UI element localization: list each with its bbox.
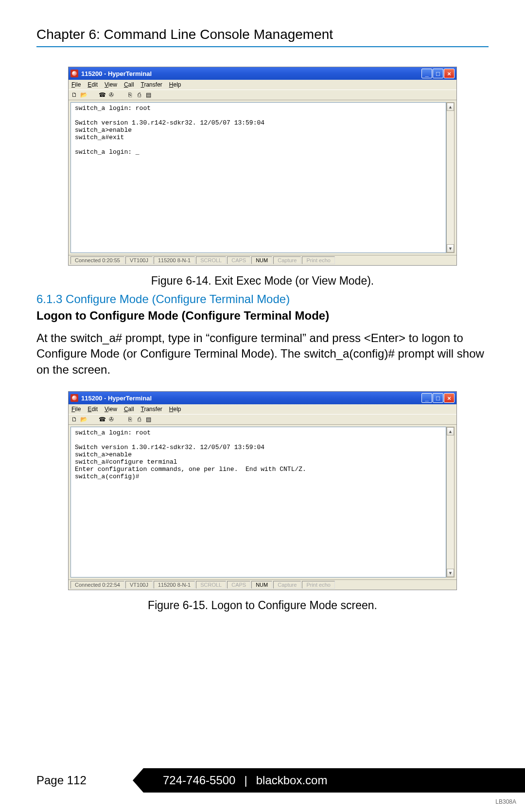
scroll-down-icon[interactable]: ▼ [447, 569, 454, 577]
toolbar-receive-icon[interactable]: ⎙ [135, 415, 143, 423]
page-number: Page 112 [36, 774, 143, 787]
toolbar-sep [89, 91, 97, 99]
toolbar-connect-icon[interactable]: ☎ [98, 91, 106, 99]
toolbar: 🗋 📂 ☎ ✇ ⎘ ⎙ ▤ [69, 414, 456, 425]
terminal-output[interactable]: switch_a login: root Switch version 1.30… [70, 427, 446, 577]
body-paragraph: At the switch_a# prompt, type in “config… [36, 330, 489, 378]
maximize-button[interactable]: □ [433, 69, 443, 78]
menu-help[interactable]: Help [169, 81, 181, 88]
toolbar-new-icon[interactable]: 🗋 [70, 91, 78, 99]
footer-site: blackbox.com [256, 774, 328, 787]
chapter-heading: Chapter 6: Command Line Console Manageme… [36, 27, 489, 47]
menu-transfer[interactable]: Transfer [141, 406, 162, 413]
status-term: VT100J [125, 581, 153, 589]
toolbar-props-icon[interactable]: ▤ [144, 415, 152, 423]
toolbar-open-icon[interactable]: 📂 [80, 415, 88, 423]
terminal-output[interactable]: switch_a login: root Switch version 1.30… [70, 102, 446, 253]
menu-help[interactable]: Help [169, 406, 181, 413]
toolbar-connect-icon[interactable]: ☎ [98, 415, 106, 423]
section-heading: 6.1.3 Configure Mode (Configure Terminal… [36, 292, 489, 306]
menu-view[interactable]: View [105, 406, 117, 413]
sub-heading: Logon to Configure Mode (Configure Termi… [36, 309, 489, 323]
scroll-down-icon[interactable]: ▼ [447, 244, 454, 253]
scroll-up-icon[interactable]: ▲ [447, 427, 454, 435]
toolbar-send-icon[interactable]: ⎘ [126, 91, 134, 99]
menu-transfer[interactable]: Transfer [141, 81, 162, 88]
maximize-button[interactable]: □ [433, 393, 443, 403]
menu-file[interactable]: File [71, 406, 81, 413]
status-print: Print echo [302, 581, 335, 589]
titlebar: 115200 - HyperTerminal _ □ × [69, 67, 456, 80]
menu-bar: File Edit View Call Transfer Help [69, 404, 456, 414]
figure-caption-1: Figure 6-14. Exit Exec Mode (or View Mod… [36, 274, 489, 288]
status-bar: Connected 0:22:54 VT100J 115200 8-N-1 SC… [69, 579, 456, 590]
footer-bar: 724-746-5500 | blackbox.com [143, 768, 525, 793]
minimize-button[interactable]: _ [421, 69, 432, 78]
footer-phone: 724-746-5500 [163, 774, 235, 787]
menu-view[interactable]: View [105, 81, 117, 88]
toolbar-sep [117, 415, 124, 423]
status-capture: Capture [273, 256, 301, 264]
hyperterminal-window-1: 115200 - HyperTerminal _ □ × File Edit V… [68, 67, 457, 266]
window-title: 115200 - HyperTerminal [81, 395, 421, 402]
scrollbar[interactable]: ▲ ▼ [446, 102, 455, 253]
menu-edit[interactable]: Edit [88, 406, 98, 413]
toolbar-open-icon[interactable]: 📂 [80, 91, 88, 99]
status-conn: 115200 8-N-1 [154, 581, 195, 589]
toolbar-disconnect-icon[interactable]: ✇ [107, 415, 115, 423]
close-button[interactable]: × [444, 69, 455, 78]
toolbar-props-icon[interactable]: ▤ [144, 91, 152, 99]
toolbar-receive-icon[interactable]: ⎙ [135, 91, 143, 99]
titlebar: 115200 - HyperTerminal _ □ × [69, 392, 456, 404]
page-footer: Page 112 724-746-5500 | blackbox.com [0, 766, 525, 795]
status-caps: CAPS [227, 581, 250, 589]
toolbar: 🗋 📂 ☎ ✇ ⎘ ⎙ ▤ [69, 90, 456, 100]
menu-call[interactable]: Call [124, 81, 134, 88]
scroll-track[interactable] [447, 435, 454, 569]
menu-call[interactable]: Call [124, 406, 134, 413]
status-bar: Connected 0:20:55 VT100J 115200 8-N-1 SC… [69, 255, 456, 265]
status-connected: Connected 0:22:54 [70, 581, 124, 589]
scroll-track[interactable] [447, 111, 454, 244]
status-capture: Capture [273, 581, 301, 589]
status-num: NUM [251, 581, 272, 589]
minimize-button[interactable]: _ [421, 393, 432, 403]
toolbar-sep [117, 91, 124, 99]
status-term: VT100J [125, 256, 153, 264]
doc-code: LB308A [495, 798, 516, 805]
scrollbar[interactable]: ▲ ▼ [446, 427, 455, 577]
toolbar-disconnect-icon[interactable]: ✇ [107, 91, 115, 99]
status-connected: Connected 0:20:55 [70, 256, 124, 264]
menu-bar: File Edit View Call Transfer Help [69, 80, 456, 90]
status-conn: 115200 8-N-1 [154, 256, 195, 264]
figure-caption-2: Figure 6-15. Logon to Configure Mode scr… [36, 599, 489, 612]
window-title: 115200 - HyperTerminal [81, 70, 421, 77]
status-print: Print echo [302, 256, 335, 264]
toolbar-send-icon[interactable]: ⎘ [126, 415, 134, 423]
hyperterminal-window-2: 115200 - HyperTerminal _ □ × File Edit V… [68, 391, 457, 590]
app-icon [70, 70, 78, 77]
menu-edit[interactable]: Edit [88, 81, 98, 88]
status-scroll: SCROLL [196, 256, 226, 264]
status-scroll: SCROLL [196, 581, 226, 589]
footer-sep: | [244, 774, 247, 787]
status-num: NUM [251, 256, 272, 264]
close-button[interactable]: × [444, 393, 455, 403]
app-icon [70, 394, 78, 402]
menu-file[interactable]: File [71, 81, 81, 88]
scroll-up-icon[interactable]: ▲ [447, 103, 454, 111]
toolbar-sep [89, 415, 97, 423]
toolbar-new-icon[interactable]: 🗋 [70, 415, 78, 423]
status-caps: CAPS [227, 256, 250, 264]
